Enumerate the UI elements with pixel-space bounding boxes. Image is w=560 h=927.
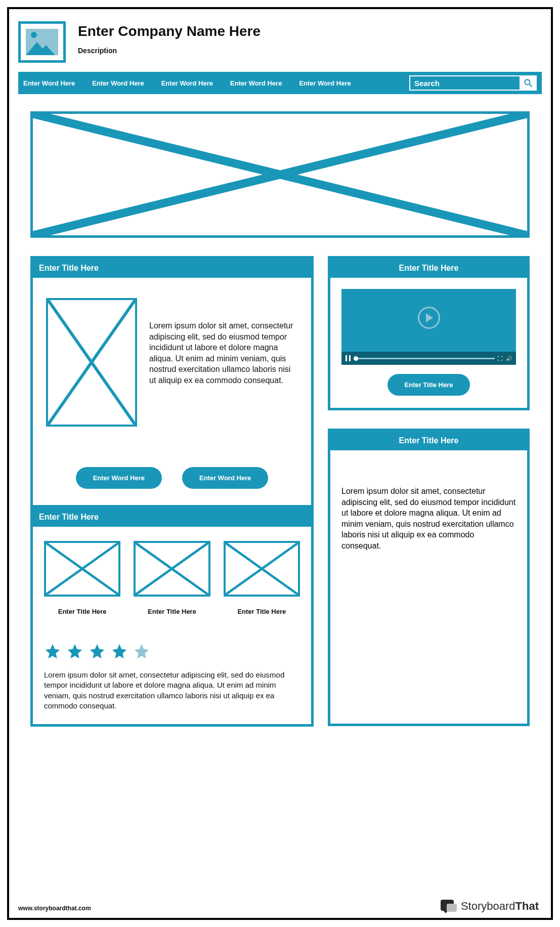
pause-icon [346, 355, 351, 361]
search-button[interactable] [520, 75, 537, 91]
feature-body-text: Lorem ipsum dolor sit amet, consectetur … [149, 298, 298, 427]
search-input[interactable] [409, 75, 521, 91]
fullscreen-icon: ⛶ [498, 356, 503, 361]
gallery-title-2: Enter Title Here [148, 608, 196, 615]
play-icon [418, 307, 440, 329]
text-card-title: Enter Title Here [330, 431, 527, 450]
star-filled-icon [66, 643, 83, 660]
video-player[interactable]: ⛶ 🔊 [341, 289, 516, 365]
logo-image-placeholder [18, 21, 66, 63]
gallery-title-3: Enter Title Here [237, 608, 286, 615]
video-progress [354, 358, 495, 359]
gallery-title-1: Enter Title Here [58, 608, 107, 615]
navbar: Enter Word Here Enter Word Here Enter Wo… [18, 72, 542, 94]
company-description: Description [78, 47, 261, 55]
gallery-card: Enter Title Here Enter Title Here Enter … [30, 508, 314, 727]
feature-button-1[interactable]: Enter Word Here [76, 467, 162, 489]
search-icon [523, 78, 533, 88]
star-filled-icon [111, 643, 128, 660]
feature-card-title: Enter Title Here [33, 259, 311, 278]
header: Enter Company Name Here Description [18, 21, 542, 63]
nav-item-2[interactable]: Enter Word Here [92, 79, 144, 87]
gallery-image-2 [134, 541, 210, 597]
nav-item-4[interactable]: Enter Word Here [230, 79, 282, 87]
nav-item-1[interactable]: Enter Word Here [23, 79, 75, 87]
feature-image-placeholder [46, 298, 137, 427]
nav-item-3[interactable]: Enter Word Here [161, 79, 213, 87]
gallery-image-1 [44, 541, 120, 597]
volume-icon: 🔊 [506, 356, 512, 361]
video-card-title: Enter Title Here [330, 259, 527, 278]
star-filled-icon [89, 643, 106, 660]
feature-card: Enter Title Here Lorem ipsum dolor sit a… [30, 256, 314, 508]
gallery-card-title: Enter Title Here [33, 508, 311, 527]
gallery-image-3 [224, 541, 300, 597]
text-card-body: Lorem ipsum dolor sit amet, consectetur … [341, 486, 516, 552]
storyboardthat-logo: StoryboardThat [441, 900, 539, 913]
gallery-body-text: Lorem ipsum dolor sit amet, consectetur … [33, 663, 311, 724]
feature-button-2[interactable]: Enter Word Here [182, 467, 268, 489]
nav-item-5[interactable]: Enter Word Here [299, 79, 351, 87]
rating-stars [33, 620, 311, 663]
footer-url: www.storyboardthat.com [18, 905, 91, 912]
text-card: Enter Title Here Lorem ipsum dolor sit a… [328, 429, 530, 726]
hero-image-placeholder [30, 111, 530, 238]
video-cta-button[interactable]: Enter Title Here [387, 374, 470, 396]
star-filled-icon [44, 643, 61, 660]
svg-line-1 [530, 85, 532, 87]
company-name: Enter Company Name Here [78, 23, 261, 39]
video-card: Enter Title Here ⛶ 🔊 Enter Title Here [328, 256, 530, 410]
star-empty-icon [133, 643, 150, 660]
svg-point-0 [525, 79, 530, 85]
